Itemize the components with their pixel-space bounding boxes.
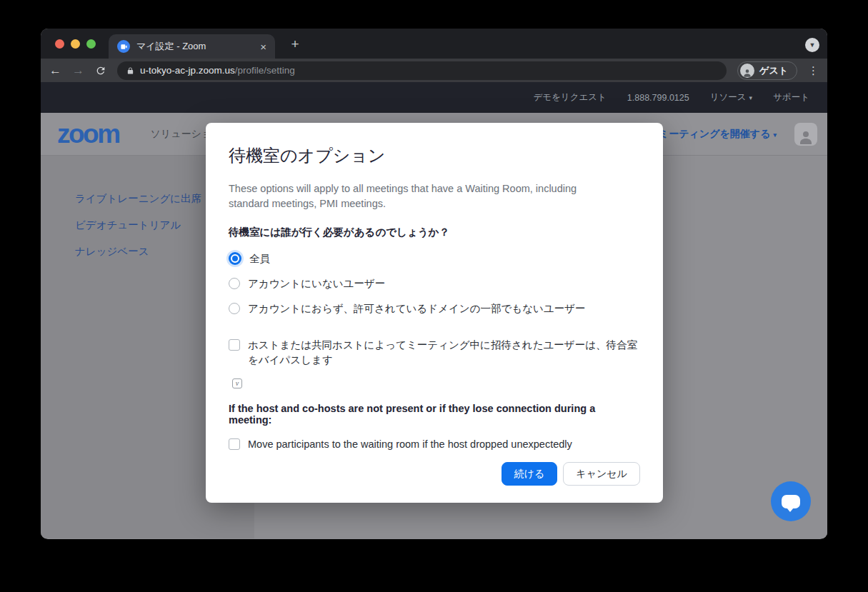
host-meeting-link[interactable]: ミーティングを開催する▾ (659, 128, 777, 141)
checkbox-icon[interactable] (229, 339, 240, 351)
browser-menu-icon[interactable]: ⋮ (808, 65, 819, 76)
host-presence-heading: If the host and co-hosts are not present… (229, 403, 640, 426)
waiting-room-options-dialog: 待機室のオプション These options will apply to al… (206, 123, 663, 503)
address-bar[interactable]: u-tokyo-ac-jp.zoom.us/profile/setting (117, 61, 727, 80)
dialog-question: 待機室には誰が行く必要があるのでしょうか？ (229, 226, 640, 239)
minimize-window-button[interactable] (71, 39, 80, 49)
url-path: /profile/setting (235, 65, 295, 76)
browser-window: マイ設定 - Zoom × + ▼ ← → u-tokyo-ac-jp.zoom… (41, 29, 827, 539)
url-domain: u-tokyo-ac-jp.zoom.us (140, 65, 235, 76)
checkbox-icon[interactable] (229, 438, 240, 450)
tab-search-chevron-icon[interactable]: ▼ (805, 38, 819, 52)
guest-avatar-icon (740, 64, 754, 78)
back-icon[interactable]: ← (49, 64, 61, 76)
continue-button[interactable]: 続ける (502, 462, 558, 486)
close-window-button[interactable] (55, 39, 64, 49)
radio-selected-icon[interactable] (229, 252, 241, 265)
lock-icon (126, 66, 134, 75)
support-link[interactable]: サポート (773, 91, 809, 104)
cancel-button[interactable]: キャンセル (563, 462, 640, 486)
reload-icon[interactable] (95, 65, 106, 76)
request-demo-link[interactable]: デモをリクエスト (533, 91, 606, 104)
broken-glyph-badge: v (232, 378, 242, 388)
radio-option-users-not-in-account[interactable]: アカウントにいないユーザー (229, 271, 640, 296)
tab-close-icon[interactable]: × (260, 41, 266, 52)
zoom-window-button[interactable] (86, 39, 96, 49)
account-avatar[interactable] (794, 123, 817, 146)
move-participants-checkbox-row[interactable]: Move participants to the waiting room if… (229, 432, 640, 457)
chevron-down-icon: ▾ (773, 131, 777, 139)
resources-link[interactable]: リソース▾ (710, 91, 752, 104)
profile-guest-button[interactable]: ゲスト (737, 61, 797, 80)
dialog-title: 待機室のオプション (229, 144, 640, 167)
bypass-waiting-room-checkbox-row[interactable]: ホストまたは共同ホストによってミーティング中に招待されたユーザーは、待合室をバイ… (229, 333, 640, 373)
browser-toolbar: ← → u-tokyo-ac-jp.zoom.us/profile/settin… (41, 59, 827, 82)
tab-title: マイ設定 - Zoom (136, 40, 260, 53)
chat-support-button[interactable] (771, 481, 811, 521)
dialog-footer: 続ける キャンセル (502, 462, 640, 486)
zoom-logo[interactable]: zoom (57, 121, 119, 147)
forward-icon[interactable]: → (72, 64, 84, 76)
zoom-favicon-icon (117, 40, 130, 53)
radio-icon[interactable] (229, 303, 240, 314)
phone-number[interactable]: 1.888.799.0125 (627, 93, 689, 103)
site-topbar: デモをリクエスト 1.888.799.0125 リソース▾ サポート (41, 82, 827, 113)
radio-icon[interactable] (229, 278, 240, 289)
tab-strip: マイ設定 - Zoom × + ▼ (41, 29, 827, 59)
traffic-lights (55, 39, 96, 49)
guest-label: ゲスト (759, 64, 788, 77)
chevron-down-icon: ▾ (749, 94, 753, 101)
dialog-description: These options will apply to all meetings… (229, 181, 614, 211)
radio-option-users-not-in-domain[interactable]: アカウントにおらず、許可されているドメインの一部でもないユーザー (229, 296, 640, 321)
new-tab-button[interactable]: + (286, 36, 304, 53)
radio-option-everyone[interactable]: 全員 (229, 246, 640, 271)
browser-tab[interactable]: マイ設定 - Zoom × (109, 34, 275, 59)
chat-bubble-icon (782, 495, 800, 508)
